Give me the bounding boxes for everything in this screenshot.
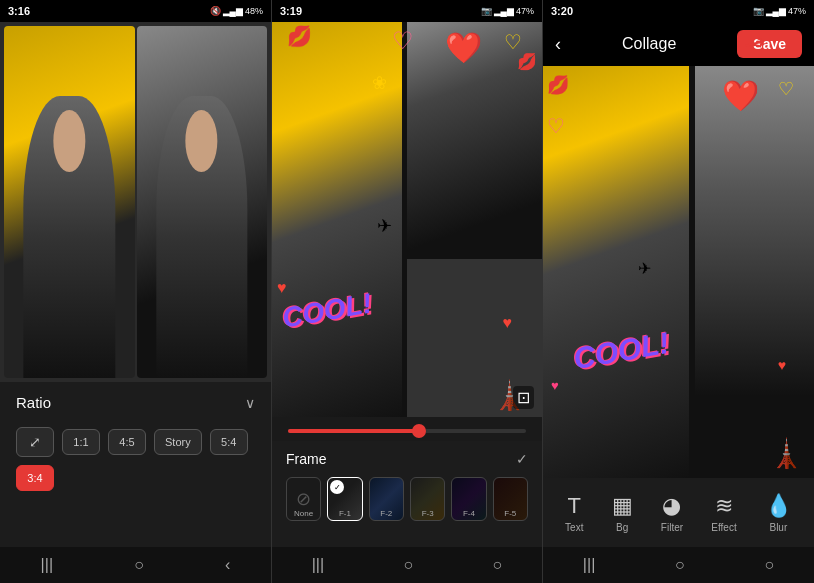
status-bar-2: 3:19 📷 ▂▄▆ 47% — [272, 0, 542, 22]
signal-icon: ▂▄▆ — [223, 6, 243, 16]
battery-1: 48% — [245, 6, 263, 16]
collage-photo-left[interactable] — [272, 22, 402, 417]
status-time-3: 3:20 — [551, 5, 573, 17]
ratio-expand-btn[interactable]: ⤢ — [16, 427, 54, 457]
frame-f3-label: F-3 — [411, 509, 444, 518]
battery-3: 47% — [788, 6, 806, 16]
ratio-1-1-btn[interactable]: 1:1 — [62, 429, 100, 455]
photo-area-3: 💋 ♡ ❤️ ♡ COOL! 🗼 ♥ ✈ ♥ — [543, 66, 814, 478]
camera-icon: 📷 — [481, 6, 492, 16]
frame-f2[interactable]: F-2 — [369, 477, 404, 521]
nav-menu-icon-3[interactable]: ||| — [583, 556, 595, 574]
back-button[interactable]: ‹ — [555, 34, 561, 55]
ratio-story-btn[interactable]: Story — [154, 429, 202, 455]
frame-f1-label: F-1 — [328, 509, 361, 518]
status-time-2: 3:19 — [280, 5, 302, 17]
status-bar-1: 3:16 🔇 ▂▄▆ 48% — [0, 0, 271, 22]
frame-f2-label: F-2 — [370, 509, 403, 518]
nav-home-icon[interactable]: ○ — [134, 556, 144, 574]
panel-frame: 3:19 📷 ▂▄▆ 47% 💋 ♡ ❤️ ♡ ❀ 💋 ✈ ♥ ♥ COOL! … — [271, 0, 542, 583]
slider-area — [272, 417, 542, 441]
photo-area-2: 💋 ♡ ❤️ ♡ ❀ 💋 ✈ ♥ ♥ COOL! 🗼 ⊡ — [272, 22, 542, 417]
photo-slot-1[interactable] — [4, 26, 135, 378]
frame-title: Frame — [286, 451, 326, 467]
panel-ratio: 3:16 🔇 ▂▄▆ 48% Ratio ∨ ⤢ 1:1 4:5 S — [0, 0, 271, 583]
ratio-header: Ratio ∨ — [16, 394, 255, 411]
frame-none-label: None — [287, 509, 320, 518]
ratio-panel: Ratio ∨ ⤢ 1:1 4:5 Story 5:4 3:4 — [0, 382, 271, 547]
blur-tool-btn[interactable]: 💧 Blur — [765, 493, 792, 533]
camera-icon-3: 📷 — [753, 6, 764, 16]
nav-menu-icon[interactable]: ||| — [41, 556, 53, 574]
ratio-5-4-btn[interactable]: 5:4 — [210, 429, 248, 455]
battery-2: 47% — [516, 6, 534, 16]
frame-none[interactable]: ⊘ None — [286, 477, 321, 521]
frame-f4[interactable]: F-4 — [451, 477, 486, 521]
nav-circle-icon-2[interactable]: ○ — [493, 556, 503, 574]
status-icons-1: 🔇 ▂▄▆ 48% — [210, 6, 263, 16]
frame-overlay-icon[interactable]: ⊡ — [513, 386, 534, 409]
frame-chevron-icon[interactable]: ✓ — [516, 451, 528, 467]
nav-home-icon-2[interactable]: ○ — [404, 556, 414, 574]
save-button[interactable]: Save — [737, 30, 802, 58]
status-icons-3: 📷 ▂▄▆ 47% — [753, 6, 806, 16]
collage-3-photo-right[interactable] — [695, 66, 814, 478]
status-time-1: 3:16 — [8, 5, 30, 17]
signal-icon-2: ▂▄▆ — [494, 6, 514, 16]
collage-3-photo-left[interactable] — [543, 66, 689, 478]
collage-right-top — [407, 22, 542, 259]
frame-f4-label: F-4 — [452, 509, 485, 518]
slider-thumb[interactable] — [412, 424, 426, 438]
status-bar-3: 3:20 📷 ▂▄▆ 47% — [543, 0, 814, 22]
filter-tool-btn[interactable]: ◕ Filter — [661, 493, 683, 533]
ratio-4-5-btn[interactable]: 4:5 — [108, 429, 146, 455]
photo-slot-2[interactable] — [137, 26, 268, 378]
frame-f5-label: F-5 — [494, 509, 527, 518]
status-icons-2: 📷 ▂▄▆ 47% — [481, 6, 534, 16]
bg-label: Bg — [616, 522, 628, 533]
person-2 — [156, 96, 247, 378]
person-head-2 — [186, 110, 218, 172]
nav-circle-icon-3[interactable]: ○ — [764, 556, 774, 574]
blur-icon: 💧 — [765, 493, 792, 519]
frame-panel: Frame ✓ ⊘ None ✓ F-1 F-2 F-3 F-4 F-5 — [272, 441, 542, 547]
collage-photo-right[interactable] — [407, 22, 542, 417]
text-tool-btn[interactable]: T Text — [565, 493, 583, 533]
nav-bar-1: ||| ○ ‹ — [0, 547, 271, 583]
none-icon: ⊘ — [296, 488, 311, 510]
person-head-1 — [53, 110, 85, 172]
effect-label: Effect — [711, 522, 736, 533]
nav-bar-2: ||| ○ ○ — [272, 547, 542, 583]
bottom-toolbar: T Text ▦ Bg ◕ Filter ≋ Effect 💧 Blur — [543, 478, 814, 547]
blur-label: Blur — [769, 522, 787, 533]
text-label: Text — [565, 522, 583, 533]
nav-back-icon[interactable]: ‹ — [225, 556, 230, 574]
frame-f1[interactable]: ✓ F-1 — [327, 477, 362, 521]
frame-f5[interactable]: F-5 — [493, 477, 528, 521]
bg-tool-btn[interactable]: ▦ Bg — [612, 493, 633, 533]
ratio-options: ⤢ 1:1 4:5 Story 5:4 3:4 — [16, 427, 255, 491]
ratio-title: Ratio — [16, 394, 51, 411]
slider-bar[interactable] — [288, 429, 526, 433]
frame-header: Frame ✓ — [286, 451, 528, 467]
panel-collage-editor: 3:20 📷 ▂▄▆ 47% ‹ Collage Save ↗ 💋 ♡ ❤️ ♡… — [542, 0, 814, 583]
filter-icon: ◕ — [662, 493, 681, 519]
filter-label: Filter — [661, 522, 683, 533]
nav-menu-icon-2[interactable]: ||| — [312, 556, 324, 574]
eiffel-sticker-p3: 🗼 — [769, 437, 804, 470]
chevron-down-icon[interactable]: ∨ — [245, 395, 255, 411]
effect-tool-btn[interactable]: ≋ Effect — [711, 493, 736, 533]
signal-icon-3: ▂▄▆ — [766, 6, 786, 16]
text-icon: T — [568, 493, 581, 519]
bg-icon: ▦ — [612, 493, 633, 519]
slider-fill — [288, 429, 424, 433]
photo-area-1 — [0, 22, 271, 382]
frame-f3[interactable]: F-3 — [410, 477, 445, 521]
effect-icon: ≋ — [715, 493, 733, 519]
nav-bar-3: ||| ○ ○ — [543, 547, 814, 583]
person-1 — [24, 96, 115, 378]
ratio-3-4-btn[interactable]: 3:4 — [16, 465, 54, 491]
collage-title: Collage — [622, 35, 676, 53]
frame-check-icon: ✓ — [330, 480, 344, 494]
nav-home-icon-3[interactable]: ○ — [675, 556, 685, 574]
